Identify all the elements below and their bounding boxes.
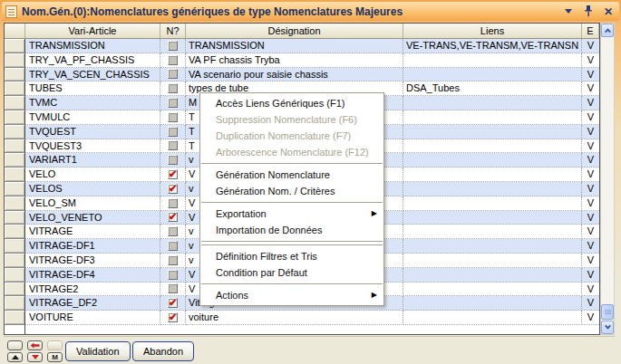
e-cell[interactable]: V bbox=[582, 68, 599, 82]
designation-cell[interactable]: VA scenario pour saisie chassis bbox=[186, 68, 403, 82]
liens-cell[interactable] bbox=[403, 296, 582, 311]
close-icon[interactable]: ✕ bbox=[603, 5, 614, 18]
e-cell[interactable]: V bbox=[582, 283, 599, 297]
menu-item[interactable]: Exportation▶ bbox=[200, 206, 383, 222]
row-selector[interactable] bbox=[5, 68, 25, 82]
liens-cell[interactable] bbox=[403, 53, 582, 68]
vari-article-cell[interactable]: TRY_VA_PF_CHASSIS bbox=[25, 53, 160, 68]
liens-cell[interactable]: VE-TRANS,VE-TRANSM,VE-TRANSN bbox=[403, 39, 582, 53]
liens-cell[interactable] bbox=[403, 182, 582, 196]
checkbox-cell[interactable] bbox=[160, 139, 186, 154]
nomenclature-checkbox[interactable] bbox=[168, 140, 178, 150]
row-selector[interactable] bbox=[5, 196, 25, 211]
row-selector[interactable] bbox=[5, 53, 25, 68]
e-cell[interactable]: V bbox=[582, 153, 599, 168]
checkbox-cell[interactable] bbox=[160, 39, 186, 53]
nomenclature-checkbox[interactable] bbox=[168, 226, 178, 236]
menu-item[interactable]: Génération Nomenclature bbox=[200, 167, 383, 183]
checkbox-cell[interactable] bbox=[160, 168, 186, 182]
col-header-designation[interactable]: Désignation bbox=[186, 24, 403, 39]
menu-item[interactable]: Condition par Défaut bbox=[200, 264, 383, 281]
dropdown-icon[interactable] bbox=[563, 5, 574, 18]
e-cell[interactable]: V bbox=[582, 125, 599, 139]
liens-cell[interactable] bbox=[403, 239, 582, 254]
nav-up-triangle-icon[interactable] bbox=[7, 352, 23, 362]
liens-cell[interactable] bbox=[403, 211, 582, 225]
vari-article-cell[interactable]: VITRAGE_DF2 bbox=[25, 296, 160, 311]
vari-article-cell[interactable]: VITRAGE-DF3 bbox=[25, 254, 160, 268]
liens-cell[interactable] bbox=[403, 196, 582, 211]
liens-cell[interactable] bbox=[403, 68, 582, 82]
checkbox-cell[interactable] bbox=[160, 96, 186, 110]
nav-blank-icon[interactable] bbox=[7, 340, 23, 350]
vari-article-cell[interactable]: VITRAGE bbox=[25, 225, 160, 239]
liens-cell[interactable] bbox=[403, 254, 582, 268]
e-cell[interactable]: V bbox=[582, 182, 599, 196]
col-header-n[interactable]: N? bbox=[160, 24, 186, 39]
checkbox-cell[interactable] bbox=[160, 110, 186, 125]
vari-article-cell[interactable]: VITRAGE-DF4 bbox=[25, 268, 160, 283]
abandon-button[interactable]: Abandon bbox=[132, 341, 194, 361]
nav-red-left-arrow-icon[interactable] bbox=[27, 340, 43, 350]
row-selector[interactable] bbox=[5, 239, 25, 254]
nomenclature-checkbox[interactable] bbox=[168, 83, 178, 93]
e-cell[interactable]: V bbox=[582, 296, 599, 311]
vari-article-cell[interactable]: VITRAGE2 bbox=[25, 283, 160, 297]
menu-item[interactable]: Définition Filtres et Tris bbox=[200, 248, 383, 264]
table-row[interactable]: TRY_VA_PF_CHASSISVA PF chassis TrybaV bbox=[5, 53, 599, 68]
checkbox-cell[interactable] bbox=[160, 311, 186, 325]
scroll-down-icon[interactable] bbox=[601, 321, 614, 334]
row-selector[interactable] bbox=[5, 296, 25, 311]
vari-article-cell[interactable]: TUBES bbox=[25, 81, 160, 96]
liens-cell[interactable] bbox=[403, 268, 582, 283]
nomenclature-checkbox[interactable] bbox=[168, 169, 178, 179]
checkbox-cell[interactable] bbox=[160, 296, 186, 311]
nomenclature-checkbox[interactable] bbox=[168, 55, 178, 65]
nomenclature-checkbox[interactable] bbox=[168, 212, 178, 222]
checkbox-cell[interactable] bbox=[160, 211, 186, 225]
e-cell[interactable]: V bbox=[582, 39, 599, 53]
checkbox-cell[interactable] bbox=[160, 68, 186, 82]
col-header-vari-article[interactable]: Vari-Article bbox=[25, 24, 160, 39]
nomenclature-checkbox[interactable] bbox=[168, 98, 178, 108]
vari-article-cell[interactable]: VOITURE bbox=[25, 311, 160, 325]
liens-cell[interactable] bbox=[403, 110, 582, 125]
nomenclature-checkbox[interactable] bbox=[168, 255, 178, 265]
nomenclature-checkbox[interactable] bbox=[168, 127, 178, 137]
checkbox-cell[interactable] bbox=[160, 225, 186, 239]
nomenclature-checkbox[interactable] bbox=[168, 241, 178, 251]
table-row[interactable]: TRY_VA_SCEN_CHASSISVA scenario pour sais… bbox=[5, 68, 599, 82]
row-selector[interactable] bbox=[5, 182, 25, 196]
pin-icon[interactable] bbox=[583, 5, 594, 18]
row-selector[interactable] bbox=[5, 39, 25, 53]
nomenclature-checkbox[interactable] bbox=[168, 270, 178, 280]
liens-cell[interactable] bbox=[403, 139, 582, 154]
nomenclature-checkbox[interactable] bbox=[168, 41, 178, 51]
vari-article-cell[interactable]: TVMULC bbox=[25, 110, 160, 125]
checkbox-cell[interactable] bbox=[160, 239, 186, 254]
col-header-e[interactable]: E bbox=[582, 24, 599, 39]
row-selector[interactable] bbox=[5, 225, 25, 239]
liens-cell[interactable]: DSA_Tubes bbox=[403, 81, 582, 96]
menu-item[interactable]: Importation de Données bbox=[200, 222, 383, 238]
vari-article-cell[interactable]: VARIART1 bbox=[25, 153, 160, 168]
e-cell[interactable]: V bbox=[582, 311, 599, 325]
e-cell[interactable]: V bbox=[582, 211, 599, 225]
row-selector[interactable] bbox=[5, 96, 25, 110]
scrollbar-thumb[interactable] bbox=[601, 304, 614, 320]
menu-item[interactable]: Actions▶ bbox=[200, 287, 383, 303]
row-selector[interactable] bbox=[5, 268, 25, 283]
vari-article-cell[interactable]: VELO_SM bbox=[25, 196, 160, 211]
designation-cell[interactable]: VA PF chassis Tryba bbox=[186, 53, 403, 68]
designation-cell[interactable]: voiture bbox=[186, 311, 403, 325]
checkbox-cell[interactable] bbox=[160, 268, 186, 283]
e-cell[interactable]: V bbox=[582, 96, 599, 110]
vari-article-cell[interactable]: TRY_VA_SCEN_CHASSIS bbox=[25, 68, 160, 82]
e-cell[interactable]: V bbox=[582, 168, 599, 182]
nomenclature-checkbox[interactable] bbox=[168, 283, 178, 293]
e-cell[interactable]: V bbox=[582, 53, 599, 68]
row-selector[interactable] bbox=[5, 311, 25, 325]
liens-cell[interactable] bbox=[403, 153, 582, 168]
liens-cell[interactable] bbox=[403, 311, 582, 325]
e-cell[interactable]: V bbox=[582, 139, 599, 154]
